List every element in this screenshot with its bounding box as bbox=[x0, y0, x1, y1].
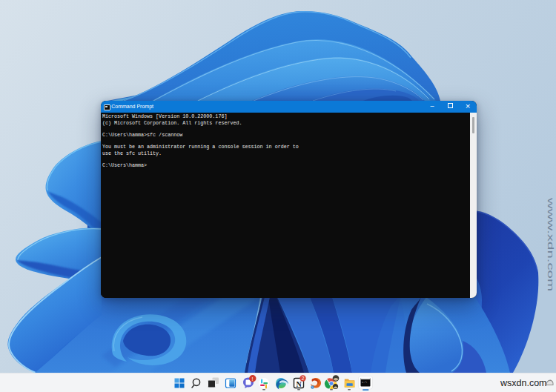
svg-text:www.xdn.com: www.xdn.com bbox=[546, 196, 555, 291]
svg-text:2: 2 bbox=[302, 376, 305, 381]
svg-text:C:\: C:\ bbox=[362, 381, 368, 384]
svg-text:!: ! bbox=[252, 376, 254, 382]
